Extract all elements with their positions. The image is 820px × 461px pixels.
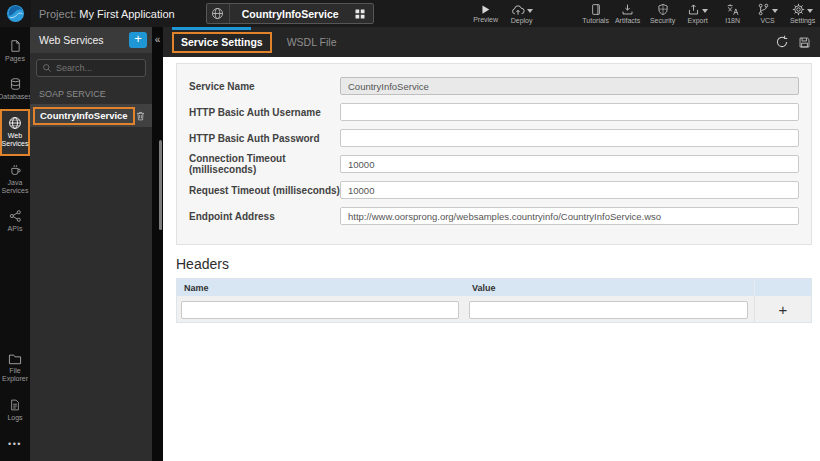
connection-timeout-input[interactable] bbox=[340, 155, 799, 173]
form-row-service-name: Service Name bbox=[189, 73, 799, 99]
database-icon bbox=[9, 77, 22, 91]
sidebar-item-pages[interactable]: Pages bbox=[0, 32, 30, 70]
add-header-button[interactable]: + bbox=[754, 296, 811, 322]
play-icon bbox=[480, 4, 491, 15]
folder-icon bbox=[8, 353, 22, 365]
download-tray-icon bbox=[621, 3, 634, 16]
search-input[interactable] bbox=[56, 63, 140, 73]
header-name-input[interactable] bbox=[181, 301, 459, 319]
form-row-request-timeout: Request Timeout (milliseconds) bbox=[189, 177, 799, 203]
service-item-label[interactable]: CountryInfoService bbox=[33, 107, 135, 125]
globe-icon bbox=[8, 116, 22, 130]
collapse-panel-button[interactable]: « bbox=[152, 34, 163, 46]
shield-icon bbox=[657, 3, 669, 16]
sidebar-more-button[interactable]: ••• bbox=[8, 429, 22, 461]
sidebar-item-file-explorer[interactable]: File Explorer bbox=[0, 346, 30, 391]
caret-down-icon bbox=[772, 9, 778, 13]
i18n-button[interactable]: I18N bbox=[717, 0, 749, 27]
sidebar-item-web-services[interactable]: Web Services bbox=[0, 109, 30, 156]
service-name-input bbox=[340, 77, 799, 95]
headers-section-title: Headers bbox=[176, 256, 812, 272]
form-row-username: HTTP Basic Auth Username bbox=[189, 99, 799, 125]
sidebar-item-apis[interactable]: APIs bbox=[0, 202, 30, 240]
log-file-icon bbox=[9, 398, 21, 412]
icon-sidebar: Pages Databases Web Services Java Servic… bbox=[0, 27, 30, 461]
column-header-actions bbox=[754, 279, 811, 296]
scrollbar-thumb[interactable] bbox=[159, 140, 162, 230]
security-button[interactable]: Security bbox=[647, 0, 679, 27]
project-label: Project: bbox=[39, 8, 76, 20]
form-row-password: HTTP Basic Auth Password bbox=[189, 125, 799, 151]
field-label: HTTP Basic Auth Username bbox=[189, 107, 340, 118]
project-name: My First Application bbox=[79, 8, 174, 20]
wavemaker-logo-icon bbox=[6, 4, 25, 23]
field-label: Request Timeout (milliseconds) bbox=[189, 185, 340, 196]
field-label: Endpoint Address bbox=[189, 211, 340, 222]
service-settings-form: Service Name HTTP Basic Auth Username HT… bbox=[176, 63, 812, 245]
caret-down-icon bbox=[807, 9, 813, 13]
deploy-button[interactable]: Deploy bbox=[506, 0, 538, 27]
endpoint-address-input[interactable] bbox=[340, 207, 799, 225]
open-service-tab[interactable]: CountryInfoService bbox=[206, 3, 374, 24]
api-nodes-icon bbox=[9, 209, 22, 223]
header-value-input[interactable] bbox=[469, 301, 748, 319]
caret-down-icon bbox=[527, 9, 533, 13]
sidebar-item-java-services[interactable]: Java Services bbox=[0, 156, 30, 203]
sidebar-item-databases[interactable]: Databases bbox=[0, 70, 30, 108]
artifacts-button[interactable]: Artifacts bbox=[612, 0, 644, 27]
field-label: HTTP Basic Auth Password bbox=[189, 133, 340, 144]
tutorials-button[interactable]: Tutorials bbox=[580, 0, 612, 27]
form-row-connection-timeout: Connection Timeout (milliseconds) bbox=[189, 151, 799, 177]
service-tab-label: CountryInfoService bbox=[230, 8, 351, 20]
http-basic-auth-username-input[interactable] bbox=[340, 103, 799, 121]
headers-table-header: Name Value bbox=[177, 279, 811, 296]
headers-table: Name Value + bbox=[176, 278, 812, 323]
top-bar: Project: My First Application CountryInf… bbox=[0, 0, 820, 27]
caret-down-icon bbox=[702, 9, 708, 13]
add-service-button[interactable]: + bbox=[129, 32, 147, 48]
cloud-upload-icon bbox=[511, 4, 525, 16]
globe-icon bbox=[207, 4, 230, 23]
field-label: Service Name bbox=[189, 81, 340, 92]
app-logo[interactable] bbox=[0, 0, 31, 27]
tab-wsdl-file[interactable]: WSDL File bbox=[287, 36, 337, 48]
service-list-item[interactable]: CountryInfoService bbox=[30, 104, 152, 127]
sidebar-item-logs[interactable]: Logs bbox=[0, 391, 30, 429]
request-timeout-input[interactable] bbox=[340, 181, 799, 199]
headers-table-row: + bbox=[177, 296, 811, 322]
tab-service-settings[interactable]: Service Settings bbox=[172, 32, 272, 53]
git-branch-icon bbox=[757, 3, 770, 16]
active-tab-indicator bbox=[172, 27, 251, 30]
settings-button[interactable]: Settings bbox=[787, 0, 819, 27]
main-area: Service Settings WSDL File Service Name … bbox=[163, 27, 820, 461]
coffee-cup-icon bbox=[9, 163, 22, 177]
gear-icon bbox=[792, 3, 805, 16]
save-icon[interactable] bbox=[798, 36, 811, 49]
preview-button[interactable]: Preview bbox=[470, 0, 502, 27]
tab-bar: Service Settings WSDL File bbox=[163, 27, 820, 57]
form-row-endpoint-address: Endpoint Address bbox=[189, 203, 799, 229]
vcs-button[interactable]: VCS bbox=[752, 0, 784, 27]
page-icon bbox=[9, 39, 22, 53]
service-settings-content: Service Name HTTP Basic Auth Username HT… bbox=[163, 57, 820, 461]
book-icon bbox=[590, 3, 602, 16]
panel-header: Web Services + bbox=[30, 27, 152, 53]
service-search-box[interactable] bbox=[36, 59, 146, 77]
panel-gutter: « bbox=[152, 27, 163, 461]
export-button[interactable]: Export bbox=[682, 0, 714, 27]
panel-title: Web Services bbox=[39, 34, 129, 46]
project-breadcrumb: Project: My First Application bbox=[39, 8, 175, 20]
column-header-value: Value bbox=[465, 283, 754, 293]
refresh-icon[interactable] bbox=[775, 35, 789, 49]
search-icon bbox=[42, 63, 52, 73]
grid-icon[interactable] bbox=[351, 8, 373, 20]
topbar-right-actions: Artifacts Security Export I18N bbox=[612, 0, 820, 27]
http-basic-auth-password-input[interactable] bbox=[340, 129, 799, 147]
field-label: Connection Timeout (milliseconds) bbox=[189, 153, 340, 175]
web-services-panel: Web Services + SOAP SERVICE CountryInfoS… bbox=[30, 27, 152, 461]
soap-service-section-label: SOAP SERVICE bbox=[30, 81, 152, 104]
export-icon bbox=[687, 3, 700, 16]
translate-icon bbox=[726, 3, 740, 16]
trash-icon[interactable] bbox=[135, 110, 146, 122]
column-header-name: Name bbox=[177, 283, 465, 293]
